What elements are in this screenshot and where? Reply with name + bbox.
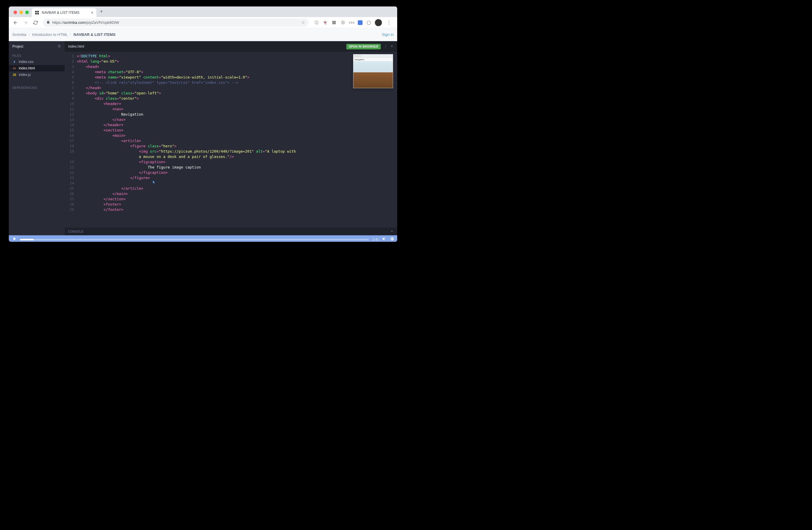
console-label: CONSOLE — [68, 230, 84, 233]
extension-icon[interactable]: Ⓐ — [340, 20, 346, 25]
extension-icons: ⓘ 👻 Ⓐ css ◯ ⋮ — [311, 19, 395, 26]
project-sidebar: Project FILES #index.css<>index.htmlJSin… — [9, 41, 64, 235]
file-name: index.js — [19, 73, 31, 77]
svg-rect-4 — [332, 21, 336, 22]
svg-rect-5 — [332, 22, 336, 23]
sign-in-link[interactable]: Sign in — [382, 32, 394, 37]
info-icon[interactable]: ⓘ — [314, 20, 319, 25]
window-minimize-button[interactable] — [19, 11, 23, 14]
file-item[interactable]: <>index.html — [9, 65, 64, 71]
file-item[interactable]: #index.css — [9, 58, 64, 65]
browser-tab-bar: NAVBAR & LIST ITEMS × + — [9, 6, 397, 17]
file-list: #index.css<>index.htmlJSindex.js — [9, 58, 64, 78]
code-content[interactable]: <!DOCTYPE html><html lang="en-US"> <head… — [77, 54, 397, 226]
time-remaining: -2:41 — [372, 238, 379, 241]
editor-actions: OPEN IN BROWSER ⋮ — [346, 44, 394, 50]
svg-rect-2 — [35, 13, 37, 14]
browser-menu-icon[interactable]: ⋮ — [386, 20, 392, 25]
profile-avatar[interactable] — [375, 19, 382, 26]
project-title: Project — [12, 44, 23, 48]
breadcrumb-item[interactable]: Scrimba — [12, 32, 26, 37]
volume-icon[interactable] — [382, 236, 387, 242]
file-name: index.html — [19, 66, 35, 70]
browser-toolbar: https://scrimba.com/p/pZaVfV/cpb9DtW ☆ ⓘ… — [9, 17, 397, 28]
tab-title: NAVBAR & LIST ITEMS — [42, 11, 89, 15]
url-text: https://scrimba.com/p/pZaVfV/cpb9DtW — [52, 20, 299, 25]
settings-gear-icon[interactable] — [390, 236, 394, 242]
reload-button[interactable] — [31, 18, 40, 27]
window-controls — [12, 11, 32, 17]
editor-tab-bar: index.html OPEN IN BROWSER ⋮ — [64, 41, 397, 52]
dependencies-section-label: DEPENDENCIES — [9, 84, 64, 90]
svg-rect-3 — [37, 13, 39, 14]
preview-thumbnail[interactable]: Navigation — [353, 54, 393, 88]
bookmark-star-icon[interactable]: ☆ — [301, 20, 305, 25]
breadcrumb-separator: / — [70, 32, 71, 37]
collapse-panel-icon[interactable] — [390, 44, 394, 49]
extension-icon[interactable] — [358, 20, 363, 25]
preview-hero-image — [353, 61, 393, 88]
lock-icon — [46, 20, 50, 25]
open-in-browser-button[interactable]: OPEN IN BROWSER — [346, 44, 381, 50]
code-editor[interactable]: 1234567891011121314151617181920212223242… — [64, 52, 397, 228]
scrimba-header: Scrimba / Introduction to HTML / NAVBAR … — [9, 28, 397, 41]
video-player-bar: -2:41 — [9, 235, 397, 242]
address-bar[interactable]: https://scrimba.com/p/pZaVfV/cpb9DtW ☆ — [43, 18, 308, 27]
forward-button[interactable] — [21, 18, 30, 27]
line-gutter: 1234567891011121314151617181920212223242… — [64, 54, 77, 226]
progress-bar[interactable] — [20, 239, 369, 240]
editor-area: index.html OPEN IN BROWSER ⋮ 12345678910… — [64, 41, 397, 235]
back-button[interactable] — [11, 18, 20, 27]
extension-icon[interactable] — [331, 20, 337, 25]
editor-tab[interactable]: index.html — [68, 44, 84, 48]
file-name: index.css — [19, 60, 33, 64]
scrimba-favicon-icon — [35, 10, 39, 15]
breadcrumb-item[interactable]: Introduction to HTML — [32, 32, 68, 37]
more-options-icon[interactable]: ⋮ — [384, 44, 387, 48]
file-type-icon: # — [12, 60, 16, 64]
browser-window: NAVBAR & LIST ITEMS × + https://scrimba.… — [9, 6, 397, 242]
progress-fill — [20, 239, 34, 240]
breadcrumb: Scrimba / Introduction to HTML / NAVBAR … — [12, 32, 115, 37]
new-tab-button[interactable]: + — [96, 9, 107, 17]
ide-container: Project FILES #index.css<>index.htmlJSin… — [9, 41, 397, 235]
window-maximize-button[interactable] — [25, 11, 29, 14]
svg-rect-0 — [35, 11, 37, 12]
breadcrumb-separator: / — [29, 32, 30, 37]
tab-close-icon[interactable]: × — [91, 10, 93, 15]
preview-nav-text: Navigation — [353, 58, 393, 61]
sidebar-header: Project — [9, 41, 64, 52]
console-expand-icon[interactable] — [390, 229, 394, 234]
browser-tab[interactable]: NAVBAR & LIST ITEMS × — [32, 8, 96, 17]
window-close-button[interactable] — [14, 11, 17, 14]
breadcrumb-item-current: NAVBAR & LIST ITEMS — [73, 32, 115, 37]
preview-chrome — [353, 54, 393, 58]
console-bar[interactable]: CONSOLE — [64, 228, 397, 235]
extension-icon[interactable]: ◯ — [366, 20, 371, 25]
file-type-icon: <> — [12, 67, 16, 70]
file-item[interactable]: JSindex.js — [9, 71, 64, 78]
file-type-icon: JS — [12, 73, 16, 76]
play-button[interactable] — [12, 236, 17, 242]
extension-icon[interactable]: 👻 — [322, 20, 328, 25]
gear-icon[interactable] — [57, 44, 61, 49]
svg-rect-6 — [332, 23, 336, 24]
extension-icon[interactable]: css — [349, 20, 354, 25]
svg-rect-1 — [37, 11, 39, 12]
files-section-label: FILES — [9, 52, 64, 58]
